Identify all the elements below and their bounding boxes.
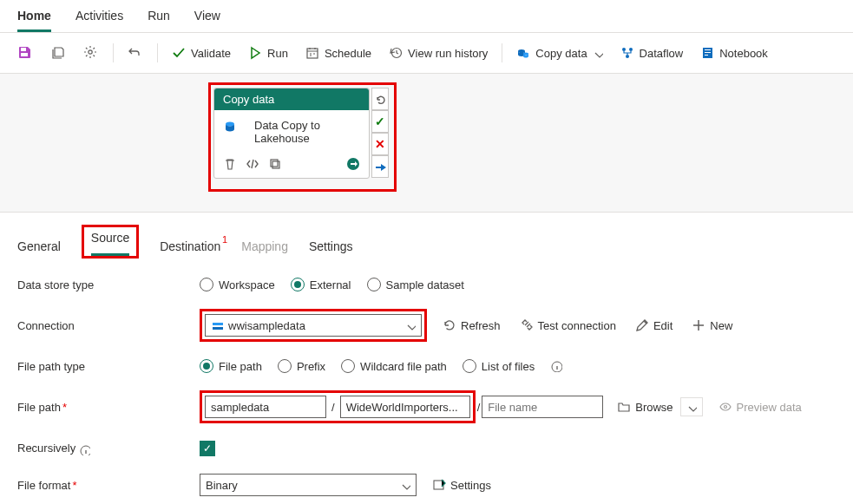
settings-icon <box>432 478 446 492</box>
chevron-down-icon <box>400 480 410 490</box>
row-file-path-type: File path type File path Prefix Wildcard… <box>17 359 836 373</box>
radio-workspace-label: Workspace <box>219 278 275 291</box>
radio-dot <box>463 359 476 373</box>
plus-icon <box>692 318 705 332</box>
menu-activities[interactable]: Activities <box>75 7 123 32</box>
code-icon[interactable] <box>246 157 259 171</box>
radio-wildcard-label: Wildcard file path <box>360 360 447 373</box>
settings-button[interactable] <box>76 40 106 66</box>
status-failure[interactable]: ✕ <box>371 133 389 155</box>
saveall-button[interactable] <box>43 40 73 66</box>
info-icon[interactable] <box>550 360 562 372</box>
notebook-button[interactable]: Notebook <box>693 41 775 65</box>
history-button[interactable]: View run history <box>382 41 495 65</box>
folder-icon <box>617 400 631 414</box>
format-settings-label: Settings <box>450 479 491 492</box>
status-retry[interactable] <box>371 88 389 110</box>
run-label: Run <box>267 47 288 60</box>
radio-file-path-label: File path <box>219 360 262 373</box>
saveall-icon <box>50 45 66 61</box>
refresh-icon <box>443 318 456 332</box>
new-label: New <box>710 319 732 332</box>
clone-icon[interactable] <box>268 157 282 171</box>
filename-input[interactable] <box>482 396 603 418</box>
radio-external-label: External <box>310 278 351 291</box>
undo-button[interactable] <box>121 40 150 66</box>
radio-file-path[interactable]: File path <box>200 359 262 373</box>
label-data-store-type: Data store type <box>17 278 200 291</box>
radio-sample[interactable]: Sample dataset <box>367 278 464 291</box>
activity-card[interactable]: Copy data Data Copy to Lakehouse <box>213 88 370 179</box>
tab-settings[interactable]: Settings <box>309 239 353 262</box>
connection-actions: Refresh Test connection Edit New <box>439 317 736 334</box>
radio-workspace[interactable]: Workspace <box>200 278 275 291</box>
test-connection-label: Test connection <box>538 319 616 332</box>
menu-view[interactable]: View <box>194 7 220 32</box>
toolbar-separator <box>113 43 114 62</box>
proceed-icon[interactable] <box>346 157 360 171</box>
tab-source[interactable]: Source <box>91 231 129 256</box>
browse-dropdown[interactable] <box>680 397 703 416</box>
redirect-icon <box>374 160 386 173</box>
radio-prefix-label: Prefix <box>297 360 325 373</box>
tab-destination[interactable]: Destination1 <box>160 239 220 262</box>
toolbar-separator <box>157 43 158 62</box>
validate-label: Validate <box>191 47 231 60</box>
directory-input[interactable]: WideWorldImporters... <box>340 396 470 418</box>
tab-destination-label: Destination <box>160 239 220 253</box>
radio-list[interactable]: List of files <box>463 359 535 373</box>
schedule-button[interactable]: Schedule <box>299 41 378 65</box>
notebook-icon <box>700 46 714 60</box>
delete-icon[interactable] <box>223 157 237 171</box>
container-value: sampledata <box>211 401 269 414</box>
connection-dropdown[interactable]: wwisampledata <box>205 314 422 337</box>
copydata-label: Copy data <box>535 47 587 60</box>
refresh-button[interactable]: Refresh <box>439 317 504 334</box>
path-separator: / <box>330 401 337 414</box>
validate-button[interactable]: Validate <box>165 41 238 65</box>
info-icon[interactable] <box>79 444 90 455</box>
radio-sample-label: Sample dataset <box>386 278 464 291</box>
radio-dot <box>291 278 305 291</box>
tab-general[interactable]: General <box>17 239 61 262</box>
label-recursively: Recursively <box>17 442 200 455</box>
pencil-icon <box>635 318 649 332</box>
menu-home[interactable]: Home <box>17 7 51 32</box>
chevron-down-icon <box>405 320 416 331</box>
test-connection-button[interactable]: Test connection <box>516 317 620 334</box>
container-input[interactable]: sampledata <box>205 396 326 418</box>
chevron-down-icon <box>686 402 697 412</box>
recursively-checkbox[interactable]: ✓ <box>200 441 215 456</box>
new-button[interactable]: New <box>688 317 736 334</box>
status-success[interactable]: ✓ <box>371 110 389 133</box>
copydata-button[interactable]: Copy data <box>509 41 609 65</box>
file-path-type-group: File path Prefix Wildcard file path List… <box>200 359 562 373</box>
dataflow-button[interactable]: Dataflow <box>614 41 691 65</box>
radio-wildcard[interactable]: Wildcard file path <box>341 359 447 373</box>
preview-data-button: Preview data <box>715 398 805 416</box>
file-format-value: Binary <box>206 479 395 492</box>
save-button[interactable] <box>10 40 40 66</box>
status-skip[interactable] <box>371 155 389 178</box>
schedule-label: Schedule <box>325 47 371 60</box>
radio-list-label: List of files <box>482 360 535 373</box>
edit-button[interactable]: Edit <box>632 317 676 334</box>
highlight-file-path: sampledata / WideWorldImporters... <box>200 390 476 423</box>
pipeline-canvas[interactable]: Copy data Data Copy to Lakehouse ✓ ✕ <box>0 74 853 213</box>
calendar-icon <box>305 46 319 60</box>
activity-footer <box>214 154 369 178</box>
database-icon <box>223 120 247 144</box>
browse-button[interactable]: Browse <box>614 398 676 416</box>
file-format-dropdown[interactable]: Binary <box>200 474 417 496</box>
run-button[interactable]: Run <box>241 41 295 65</box>
radio-external[interactable]: External <box>291 278 351 291</box>
history-label: View run history <box>408 47 488 60</box>
menu-run[interactable]: Run <box>148 7 170 32</box>
label-connection: Connection <box>17 319 200 332</box>
format-settings-button[interactable]: Settings <box>429 476 495 494</box>
radio-prefix[interactable]: Prefix <box>278 359 325 373</box>
radio-dot <box>341 359 355 373</box>
notebook-label: Notebook <box>719 47 768 60</box>
data-icon <box>211 319 223 331</box>
row-file-path: File path* sampledata / WideWorldImporte… <box>17 390 836 423</box>
